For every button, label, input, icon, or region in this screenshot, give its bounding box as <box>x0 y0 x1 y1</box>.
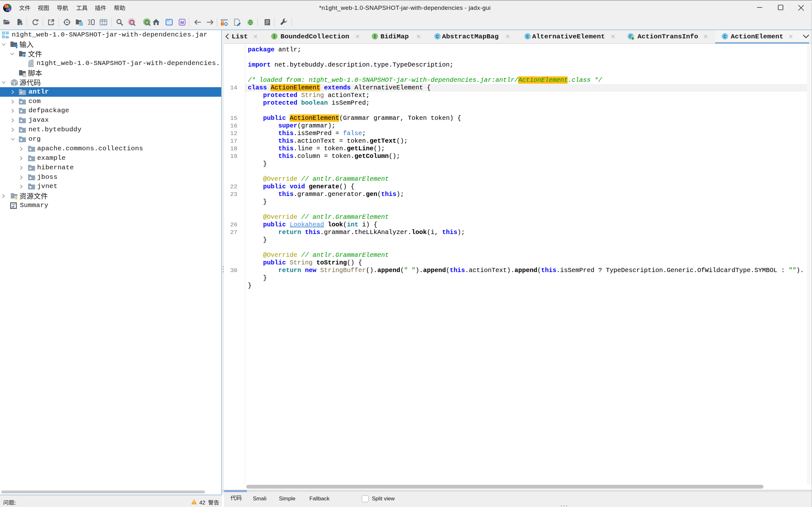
svg-text:C: C <box>723 34 726 39</box>
svg-text:I: I <box>273 34 275 39</box>
svg-text:C: C <box>436 34 439 39</box>
svg-text:C: C <box>526 34 529 39</box>
svg-text:I: I <box>373 34 376 39</box>
svg-text:M: M <box>180 20 184 25</box>
svg-text:DX: DX <box>6 8 11 12</box>
